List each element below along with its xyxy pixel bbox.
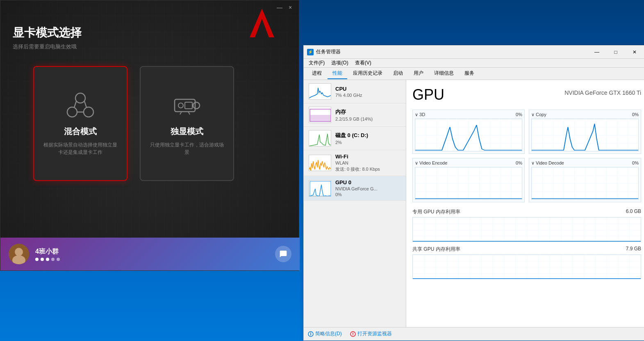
svg-rect-22 xyxy=(415,167,522,199)
gpu-cards-container: 混合模式 根据实际场景自动选择使用独立显卡还是集成显卡工作 独显模式 只使用独立… xyxy=(33,66,234,181)
tab-performance[interactable]: 性能 xyxy=(328,68,347,79)
svg-rect-20 xyxy=(415,119,522,151)
sidebar-cpu[interactable]: CPU 7% 4.00 GHz xyxy=(304,80,406,103)
mixed-mode-desc: 根据实际场景自动选择使用独立显卡还是集成显卡工作 xyxy=(42,141,118,156)
shared-memory-label: 共享 GPU 内存利用率 7.9 GB xyxy=(412,246,641,253)
wifi-detail: WLAN xyxy=(335,160,401,165)
gpu-model-name: NVIDIA GeForce GTX 1660 Ti xyxy=(564,89,641,96)
resource-icon xyxy=(350,331,356,337)
wifi-info: Wi-Fi WLAN 发送: 0 接收: 8.0 Kbps xyxy=(335,153,401,172)
svg-rect-11 xyxy=(185,102,192,109)
group-name: 4班小群 xyxy=(35,247,60,256)
brand-logo xyxy=(248,7,276,41)
gpu-decode-value: 0% xyxy=(632,160,639,166)
gpu-content-header: GPU NVIDIA GeForce GTX 1660 Ti xyxy=(412,86,641,103)
tab-app-history[interactable]: 应用历史记录 xyxy=(348,68,387,79)
dot-2 xyxy=(41,258,44,261)
mixed-mode-title: 混合模式 xyxy=(64,126,97,137)
svg-point-10 xyxy=(178,103,183,108)
discrete-mode-card[interactable]: 独显模式 只使用独立显卡工作，适合游戏场景 xyxy=(140,66,234,181)
gpu-detail: NVIDIA GeForce G... xyxy=(335,186,401,191)
menu-view[interactable]: 查看(V) xyxy=(352,59,375,67)
dedicated-memory-value: 6.0 GB xyxy=(626,208,641,215)
gpu-3d-value: 0% xyxy=(516,112,522,117)
gpu-shared-memory: 共享 GPU 内存利用率 7.9 GB xyxy=(412,246,641,279)
resource-monitor-text: 打开资源监视器 xyxy=(357,330,392,337)
svg-point-3 xyxy=(67,107,77,117)
activity-dots xyxy=(35,258,60,261)
taskmgr-title: 任务管理器 xyxy=(316,48,585,55)
svg-rect-18 xyxy=(310,115,331,121)
gpu-minimize-button[interactable]: — xyxy=(276,4,283,11)
cpu-info: CPU 7% 4.00 GHz xyxy=(335,86,401,98)
gpu-copy-chart-box: ∨ Copy 0% xyxy=(529,110,641,154)
gpu-encode-chart xyxy=(415,167,522,200)
gpu-dedicated-memory: 专用 GPU 内存利用率 6.0 GB xyxy=(412,208,641,242)
wifi-mini-chart xyxy=(309,155,331,171)
svg-point-15 xyxy=(15,248,23,256)
summary-icon xyxy=(308,331,314,337)
svg-rect-23 xyxy=(532,167,638,199)
taskmgr-minimize-button[interactable]: — xyxy=(587,46,606,59)
sidebar-disk[interactable]: 磁盘 0 (C: D:) 2% xyxy=(304,127,406,150)
tab-services[interactable]: 服务 xyxy=(460,68,479,79)
svg-rect-21 xyxy=(532,119,638,151)
tab-users[interactable]: 用户 xyxy=(409,68,428,79)
tab-details[interactable]: 详细信息 xyxy=(429,68,459,79)
tab-processes[interactable]: 进程 xyxy=(307,68,327,79)
svg-rect-25 xyxy=(413,255,641,279)
gpu-label: GPU 0 xyxy=(335,179,401,185)
dedicated-memory-label: 专用 GPU 内存利用率 6.0 GB xyxy=(412,208,641,215)
memory-label: 内存 xyxy=(335,108,401,116)
shared-memory-chart xyxy=(412,254,641,279)
bar-right-actions xyxy=(275,246,291,262)
summary-info-link[interactable]: 简略信息(D) xyxy=(308,330,342,337)
memory-mini-chart xyxy=(309,107,331,123)
sidebar-gpu[interactable]: GPU 0 NVIDIA GeForce G... 0% xyxy=(304,176,406,201)
taskmgr-tabs: 进程 性能 应用历史记录 启动 用户 详细信息 服务 xyxy=(304,68,644,80)
task-manager-window: ⚡ 任务管理器 — □ ✕ 文件(F) 选项(O) 查看(V) 进程 性能 应用… xyxy=(303,45,644,341)
gpu-detail2: 0% xyxy=(335,192,401,197)
disk-info: 磁盘 0 (C: D:) 2% xyxy=(335,132,401,145)
gpu-charts-grid: ∨ 3D 0% xyxy=(412,110,641,202)
gpu-selector-content: 显卡模式选择 选择后需要重启电脑生效哦 xyxy=(13,25,82,50)
svg-point-28 xyxy=(353,335,353,336)
discrete-mode-icon xyxy=(171,91,203,120)
gpu-close-button[interactable]: × xyxy=(287,4,294,11)
dot-4 xyxy=(51,258,55,261)
gpu-encode-label: ∨ Video Encode 0% xyxy=(415,160,522,166)
menu-file[interactable]: 文件(F) xyxy=(305,59,328,67)
taskmgr-statusbar: 简略信息(D) 打开资源监视器 xyxy=(304,327,644,340)
chat-button[interactable] xyxy=(275,246,291,262)
gpu-encode-chart-box: ∨ Video Encode 0% xyxy=(412,158,525,202)
sidebar-memory[interactable]: 内存 2.2/15.9 GB (14%) xyxy=(304,103,406,127)
gpu-info: GPU 0 NVIDIA GeForce G... 0% xyxy=(335,179,401,197)
taskmgr-maximize-button[interactable]: □ xyxy=(606,46,625,59)
memory-info: 内存 2.2/15.9 GB (14%) xyxy=(335,108,401,121)
gpu-copy-label: ∨ Copy 0% xyxy=(531,112,639,117)
gpu-selector-title: 显卡模式选择 xyxy=(13,25,82,41)
gpu-encode-label-text: ∨ Video Encode xyxy=(415,160,447,166)
notification-bar: 4班小群 xyxy=(0,238,300,270)
svg-line-5 xyxy=(74,101,76,108)
gpu-decode-chart-box: ∨ Video Decode 0% xyxy=(529,158,641,202)
menu-options[interactable]: 选项(O) xyxy=(328,59,351,67)
gpu-3d-label-text: ∨ 3D xyxy=(415,112,425,117)
mixed-mode-card[interactable]: 混合模式 根据实际场景自动选择使用独立显卡还是集成显卡工作 xyxy=(33,66,127,181)
gpu-big-title: GPU xyxy=(412,86,444,103)
cpu-mini-chart xyxy=(309,83,331,100)
dot-5 xyxy=(57,258,60,261)
taskmgr-close-button[interactable]: ✕ xyxy=(625,46,644,59)
gpu-3d-chart-box: ∨ 3D 0% xyxy=(412,110,525,154)
taskmgr-icon: ⚡ xyxy=(307,49,314,55)
sidebar-wifi[interactable]: Wi-Fi WLAN 发送: 0 接收: 8.0 Kbps xyxy=(304,150,406,176)
resource-monitor-link[interactable]: 打开资源监视器 xyxy=(350,330,392,337)
discrete-mode-title: 独显模式 xyxy=(171,126,203,137)
shared-memory-value: 7.9 GB xyxy=(626,246,641,253)
gpu-decode-label-text: ∨ Video Decode xyxy=(531,160,564,166)
performance-sidebar: CPU 7% 4.00 GHz 内存 2.2/15.9 GB (14%) xyxy=(304,80,406,339)
gpu-copy-label-text: ∨ Copy xyxy=(531,112,546,117)
tab-startup[interactable]: 启动 xyxy=(388,68,408,79)
dedicated-memory-chart xyxy=(412,217,641,242)
svg-point-9 xyxy=(193,102,200,109)
